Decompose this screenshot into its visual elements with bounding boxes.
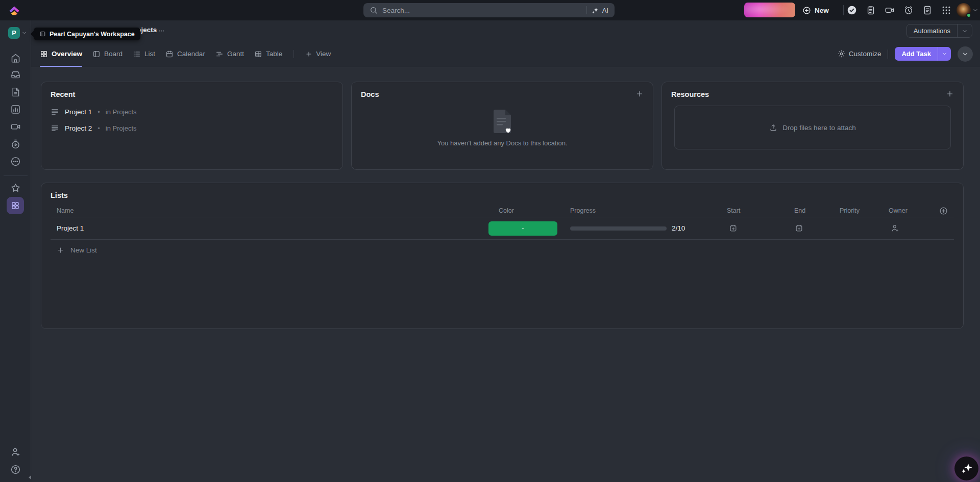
add-doc-plus-icon[interactable] (635, 90, 644, 98)
breadcrumb-more-icon[interactable] (158, 27, 165, 35)
recent-item[interactable]: Project 1 • in Projects (41, 104, 342, 120)
sparkle-icon (960, 462, 973, 475)
docs-empty-state: You haven't added any Docs to this locat… (352, 110, 653, 147)
collapse-header-button[interactable] (958, 46, 973, 62)
chevron-down-icon (942, 51, 947, 57)
sidebar-docs-icon[interactable] (10, 87, 21, 97)
chevron-down-icon (972, 7, 978, 13)
automations-button[interactable]: Automations (906, 24, 972, 38)
new-list-button[interactable]: New List (51, 240, 954, 260)
reminders-icon[interactable] (903, 5, 914, 15)
table-row[interactable]: Project 1 - 2/10 (51, 217, 954, 240)
recent-item-separator: • (97, 124, 100, 132)
apps-grid-icon[interactable] (941, 5, 951, 15)
search-input[interactable]: Search... AI (363, 3, 615, 17)
progress-label: 2/10 (672, 224, 685, 232)
file-dropzone[interactable]: Drop files here to attach (674, 106, 951, 149)
start-date-calendar-icon[interactable] (729, 224, 738, 233)
new-list-label: New List (70, 246, 97, 254)
progress-cell: 2/10 (565, 224, 722, 232)
docs-icon[interactable] (922, 5, 933, 15)
tabbar-actions: Customize Add Task (838, 46, 973, 62)
lists-card: Lists Name Color Progress Start End Prio… (41, 183, 964, 329)
workspace-chevron-icon[interactable] (21, 30, 27, 36)
color-pill[interactable]: - (488, 221, 557, 236)
customize-button[interactable]: Customize (838, 50, 881, 58)
dropzone-message: Drop files here to attach (782, 124, 855, 132)
new-button[interactable]: New (802, 3, 829, 17)
promo-gradient-button[interactable] (744, 3, 795, 17)
column-header-name[interactable]: Name (51, 207, 488, 214)
ai-assistant-fab[interactable] (954, 456, 978, 480)
sidebar-item-spaces[interactable] (7, 197, 24, 214)
sidebar-divider (4, 175, 28, 176)
breadcrumb-row: Projects Automations (31, 20, 980, 41)
column-header-color[interactable]: Color (488, 207, 565, 214)
tab-list[interactable]: List (133, 41, 155, 67)
clips-icon[interactable] (885, 5, 895, 15)
tab-overview[interactable]: Overview (40, 41, 82, 67)
recent-item-separator: • (97, 108, 100, 116)
column-header-end[interactable]: End (788, 207, 836, 214)
actions-divider (888, 49, 888, 59)
add-resource-plus-icon[interactable] (946, 90, 954, 98)
column-header-progress[interactable]: Progress (565, 207, 722, 214)
list-name[interactable]: Project 1 (51, 224, 488, 232)
owner-person-plus-icon[interactable] (891, 224, 899, 233)
spaces-grid-icon (11, 201, 20, 210)
column-header-start[interactable]: Start (722, 207, 788, 214)
table-icon (254, 50, 262, 58)
help-icon[interactable] (10, 464, 21, 475)
avatar[interactable] (957, 3, 971, 17)
inbox-icon[interactable] (10, 69, 21, 80)
sidebar-collapse-handle[interactable] (29, 475, 31, 479)
add-task-chevron[interactable] (938, 47, 951, 61)
docs-card-title: Docs (352, 82, 653, 98)
tab-board[interactable]: Board (92, 41, 122, 67)
clickup-logo-icon[interactable] (8, 4, 21, 17)
add-column-icon[interactable] (939, 207, 948, 215)
calendar-icon (165, 50, 174, 58)
ai-label: AI (602, 7, 608, 14)
recent-item[interactable]: Project 2 • in Projects (41, 120, 342, 136)
ai-button[interactable]: AI (592, 7, 608, 14)
recent-list: Project 1 • in Projects Project 2 • in P… (41, 104, 342, 136)
workspace-tooltip-label: Pearl Capuyan's Workspace (50, 31, 135, 38)
tasks-check-icon[interactable] (847, 5, 857, 15)
end-date-calendar-icon[interactable] (795, 224, 803, 233)
favorites-star-icon[interactable] (10, 183, 21, 193)
upload-icon (769, 123, 777, 132)
docs-card: Docs You haven't added any Docs to this … (351, 82, 653, 170)
notepad-icon[interactable] (866, 5, 876, 15)
home-icon[interactable] (10, 53, 21, 63)
gear-icon (838, 50, 845, 58)
recent-item-name: Project 2 (65, 124, 92, 132)
view-tab-bar: Overview Board List Calendar Gantt Table… (31, 41, 980, 67)
online-status-dot (966, 13, 971, 18)
more-icon[interactable] (10, 156, 21, 167)
timesheets-icon[interactable] (10, 139, 21, 149)
add-view-button[interactable]: View (305, 41, 331, 67)
list-lines-icon (51, 108, 59, 116)
add-task-button[interactable]: Add Task (895, 47, 938, 61)
sidebar-clips-icon[interactable] (10, 121, 21, 132)
user-menu[interactable] (957, 0, 978, 20)
topbar-icon-group (847, 0, 951, 20)
automations-label: Automations (907, 24, 957, 37)
workspace-avatar[interactable]: P (8, 27, 20, 39)
column-header-priority[interactable]: Priority (836, 207, 881, 214)
tab-gantt[interactable]: Gantt (215, 41, 244, 67)
doc-heart-icon (492, 110, 512, 133)
lists-card-title: Lists (41, 183, 963, 199)
automations-chevron[interactable] (957, 24, 972, 37)
chevron-down-icon (962, 28, 968, 34)
progress-bar (570, 226, 667, 231)
sparkle-icon (592, 7, 599, 14)
layout-icon (39, 31, 46, 37)
new-label: New (815, 7, 829, 14)
tab-calendar[interactable]: Calendar (165, 41, 205, 67)
column-header-owner[interactable]: Owner (881, 207, 928, 214)
invite-person-icon[interactable] (10, 447, 21, 458)
tab-table[interactable]: Table (254, 41, 282, 67)
dashboards-icon[interactable] (10, 104, 21, 115)
